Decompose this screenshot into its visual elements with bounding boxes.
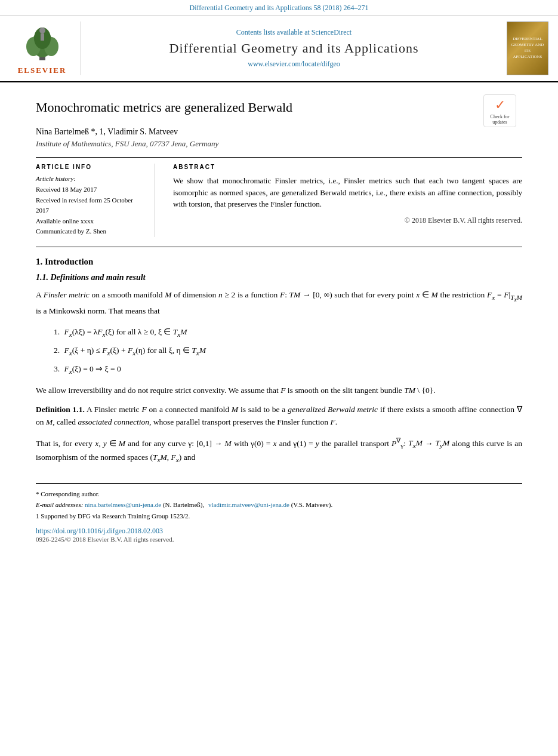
email-addresses-line: E-mail addresses: nina.bartelmess@uni-je… xyxy=(36,499,522,511)
elsevier-logo: ELSEVIER xyxy=(10,21,81,75)
email-label: E-mail addresses: xyxy=(36,501,83,508)
elsevier-tree-icon xyxy=(16,21,69,63)
author1-name: (N. Bartelmeß), xyxy=(163,501,204,508)
abstract-text: We show that monochromatic Finsler metri… xyxy=(173,175,522,210)
journal-cover-image: DIFFERENTIAL GEOMETRY AND ITS APPLICATIO… xyxy=(507,21,548,75)
paper-content: Monochromatic metrics are generalized Be… xyxy=(0,82,558,555)
affiliation-line: Institute of Mathematics, FSU Jena, 0773… xyxy=(36,139,522,149)
sciencedirect-label: Contents lists available at ScienceDirec… xyxy=(87,28,501,37)
article-info-column: ARTICLE INFO Article history: Received 1… xyxy=(36,164,155,237)
journal-title-center: Contents lists available at ScienceDirec… xyxy=(87,28,501,69)
intro-paragraph: A Finsler metric on a smooth manifold M … xyxy=(36,288,522,318)
dfg-footnote: 1 Supported by DFG via Research Training… xyxy=(36,511,522,522)
section-1-heading: 1. Introduction xyxy=(36,257,522,267)
elsevier-brand-text: ELSEVIER xyxy=(18,66,67,75)
svg-rect-6 xyxy=(41,33,44,41)
received-date: Received 18 May 2017 xyxy=(36,185,143,195)
article-info-abstract: ARTICLE INFO Article history: Received 1… xyxy=(36,164,522,237)
corresponding-author-note: * Corresponding author. xyxy=(36,488,522,500)
header-divider xyxy=(36,157,522,158)
title-row: Monochromatic metrics are generalized Be… xyxy=(36,94,522,127)
axiom-2: Fx(ξ + η) ≤ Fx(ξ) + Fx(η) for all ξ, η ∈… xyxy=(54,342,522,359)
para-parallel-transport: That is, for every x, y ∈ M and for any … xyxy=(36,435,522,465)
axiom-1: Fx(λξ) = λFx(ξ) for all λ ≥ 0, ξ ∈ TxM xyxy=(54,324,522,341)
email1-link[interactable]: nina.bartelmess@uni-jena.de xyxy=(85,501,161,508)
section-divider-1 xyxy=(36,247,522,247)
article-dates: Received 18 May 2017 Received in revised… xyxy=(36,185,143,237)
definition-1-1: Definition 1.1. A Finsler metric F on a … xyxy=(36,403,522,429)
axiom-3: Fx(ξ) = 0 ⇒ ξ = 0 xyxy=(54,361,522,378)
journal-url: www.elsevier.com/locate/difgeo xyxy=(87,60,501,69)
title-area: Monochromatic metrics are generalized Be… xyxy=(36,94,483,125)
email2-link[interactable]: vladimir.matveev@uni-jena.de xyxy=(208,501,289,508)
journal-header: ELSEVIER Contents lists available at Sci… xyxy=(0,16,558,82)
journal-reference-text: Differential Geometry and its Applicatio… xyxy=(189,4,368,12)
article-info-heading: ARTICLE INFO xyxy=(36,164,143,170)
check-updates-label: Check for updates xyxy=(491,114,510,125)
paper-title: Monochromatic metrics are generalized Be… xyxy=(36,99,483,116)
revised-date: Received in revised form 25 October 2017 xyxy=(36,195,143,216)
copyright-notice: © 2018 Elsevier B.V. All rights reserved… xyxy=(173,216,522,225)
check-icon: ✓ xyxy=(495,97,505,113)
author2-name: (V.S. Matveev). xyxy=(291,501,332,508)
authors-line: Nina Bartelmeß *, 1, Vladimir S. Matveev xyxy=(36,127,522,137)
sciencedirect-link[interactable]: ScienceDirect xyxy=(312,28,352,36)
check-updates-badge: ✓ Check for updates xyxy=(483,94,516,127)
para-irreversibility: We allow irreversibility and do not requ… xyxy=(36,384,522,397)
subsection-1-1-heading: 1.1. Definitions and main result xyxy=(36,273,522,282)
online-date: Available online xxxx xyxy=(36,216,143,227)
journal-title-text: Differential Geometry and its Applicatio… xyxy=(87,41,501,56)
abstract-heading: ABSTRACT xyxy=(173,164,522,170)
communicated-by: Communicated by Z. Shen xyxy=(36,226,143,237)
svg-point-5 xyxy=(39,27,45,33)
footnote-area: * Corresponding author. E-mail addresses… xyxy=(36,483,522,522)
issn-line: 0926-2245/© 2018 Elsevier B.V. All right… xyxy=(36,536,522,543)
article-history-label: Article history: xyxy=(36,175,143,182)
doi-link[interactable]: https://doi.org/10.1016/j.difgeo.2018.02… xyxy=(36,527,522,536)
axiom-list: Fx(λξ) = λFx(ξ) for all λ ≥ 0, ξ ∈ TxM F… xyxy=(54,324,522,379)
abstract-column: ABSTRACT We show that monochromatic Fins… xyxy=(173,164,522,237)
journal-reference-bar: Differential Geometry and its Applicatio… xyxy=(0,0,558,16)
